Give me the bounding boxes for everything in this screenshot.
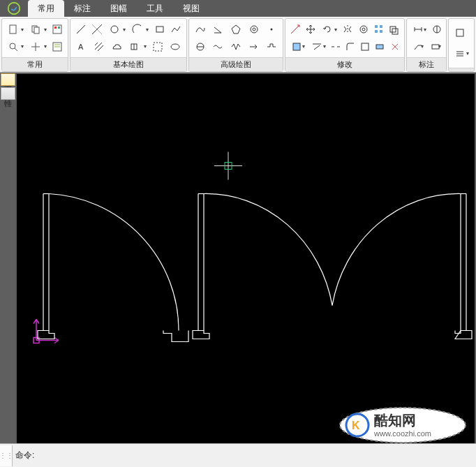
section-tool[interactable] <box>263 38 280 55</box>
spline-tool[interactable] <box>192 21 209 38</box>
ribbon-group-basic-draw: A 基本绘图 <box>70 18 187 72</box>
ribbon: 常用 A <box>0 17 476 73</box>
hatch-tool[interactable] <box>91 38 107 55</box>
menubar: 常用 标注 图幅 工具 视图 <box>0 0 476 17</box>
ribbon-group-label: 修改 <box>285 57 404 71</box>
svg-rect-33 <box>380 25 382 28</box>
offset-tool[interactable] <box>387 21 401 38</box>
explode-tool[interactable] <box>388 38 401 55</box>
svg-point-15 <box>111 26 118 33</box>
ribbon-group-label <box>449 68 474 71</box>
svg-text:A: A <box>78 43 84 51</box>
svg-line-29 <box>291 25 299 34</box>
polyline-tool[interactable] <box>168 21 184 38</box>
svg-rect-1 <box>10 25 16 34</box>
stretch-tool[interactable] <box>373 38 387 55</box>
crosshair-cursor <box>214 152 242 180</box>
more-tool-1[interactable] <box>452 24 468 41</box>
move-tool[interactable] <box>304 21 318 38</box>
ribbon-group-label: 高级绘图 <box>189 57 283 71</box>
polygon-tool[interactable] <box>228 21 244 38</box>
menu-tab-tools[interactable]: 工具 <box>137 0 173 17</box>
command-line: ⋮⋮ 命令: <box>0 443 476 467</box>
angle-tool[interactable] <box>210 21 227 38</box>
svg-rect-16 <box>156 27 163 32</box>
chamfer-tool[interactable] <box>359 38 372 55</box>
ellipse-tool[interactable] <box>168 38 184 55</box>
ribbon-group-adv-draw: 高级绘图 <box>188 18 283 72</box>
ribbon-group-more <box>448 18 475 72</box>
scale-tool[interactable] <box>356 21 370 38</box>
svg-rect-5 <box>54 27 57 29</box>
zoom-button[interactable] <box>5 38 26 55</box>
copy-button[interactable] <box>27 21 48 38</box>
fillet-tool[interactable] <box>344 38 357 55</box>
menu-tab-common[interactable]: 常用 <box>28 0 64 17</box>
rectangle-tool[interactable] <box>152 21 168 38</box>
drawing-canvas[interactable]: ⏮ ◀ ▶ ⏭ 模型 <box>17 74 475 466</box>
svg-rect-4 <box>53 25 61 34</box>
menu-tab-sheet[interactable]: 图幅 <box>101 0 137 17</box>
svg-rect-20 <box>154 43 162 51</box>
ribbon-group-label: 标注 <box>407 57 446 71</box>
ribbon-group-label: 常用 <box>2 57 68 71</box>
more-tool-2[interactable] <box>452 45 471 62</box>
xline-tool[interactable] <box>90 21 105 38</box>
canvas-svg <box>17 74 475 466</box>
svg-rect-6 <box>58 27 60 29</box>
point-tool[interactable] <box>263 21 280 38</box>
rotate-tool[interactable] <box>319 21 339 38</box>
paste-special-button[interactable] <box>50 21 65 38</box>
left-palette-bar: 图库 特性 <box>0 73 15 467</box>
workarea: 图库 特性 <box>0 73 476 467</box>
arc-tool[interactable] <box>129 21 151 38</box>
break-tool[interactable] <box>329 38 343 55</box>
dim-angular-tool[interactable] <box>430 21 443 38</box>
dim-linear-tool[interactable] <box>410 21 429 38</box>
arc-center-tool[interactable] <box>192 38 209 55</box>
svg-rect-43 <box>362 43 369 50</box>
region-tool[interactable] <box>150 38 166 55</box>
svg-point-7 <box>10 43 15 49</box>
drawing-door-left <box>38 194 188 342</box>
circle-tool[interactable] <box>106 21 128 38</box>
svg-rect-32 <box>375 25 378 28</box>
svg-point-30 <box>362 28 365 31</box>
svg-marker-22 <box>232 25 240 34</box>
extend-tool[interactable] <box>308 38 327 55</box>
cloud-tool[interactable] <box>108 38 124 55</box>
trim-tool[interactable] <box>288 38 307 55</box>
arrow-tool[interactable] <box>246 38 262 55</box>
palette-tab-library[interactable]: 图库 <box>1 73 15 86</box>
command-label: 命令: <box>13 450 37 461</box>
command-input[interactable] <box>37 450 476 462</box>
insert-block-tool[interactable] <box>126 38 149 55</box>
svg-rect-50 <box>432 45 439 49</box>
mirror-tool[interactable] <box>341 21 355 38</box>
donut-tool[interactable] <box>246 21 262 38</box>
erase-tool[interactable] <box>288 21 302 38</box>
new-file-button[interactable] <box>5 21 26 38</box>
line-tool[interactable] <box>73 21 89 38</box>
zigzag-tool[interactable] <box>228 38 244 55</box>
svg-rect-3 <box>34 27 39 34</box>
ribbon-group-common: 常用 <box>1 18 68 72</box>
svg-line-40 <box>314 45 320 50</box>
svg-line-12 <box>77 25 85 34</box>
array-tool[interactable] <box>372 21 386 38</box>
menu-tab-annotate[interactable]: 标注 <box>64 0 101 17</box>
wave-tool[interactable] <box>210 38 227 55</box>
svg-rect-38 <box>293 43 300 50</box>
pan-button[interactable] <box>27 38 48 55</box>
leader-tool[interactable] <box>410 38 426 55</box>
palette-tab-properties[interactable]: 特性 <box>1 87 15 100</box>
properties-button[interactable] <box>50 38 65 55</box>
ribbon-group-annotate: 标注 <box>406 18 447 72</box>
menu-tab-view[interactable]: 视图 <box>173 0 209 17</box>
cmdline-grip[interactable]: ⋮⋮ <box>0 445 13 466</box>
tolerance-tool[interactable] <box>427 38 443 55</box>
ribbon-group-label: 基本绘图 <box>70 57 186 71</box>
text-tool[interactable]: A <box>73 38 89 55</box>
svg-point-0 <box>8 3 20 15</box>
svg-point-21 <box>171 44 179 50</box>
